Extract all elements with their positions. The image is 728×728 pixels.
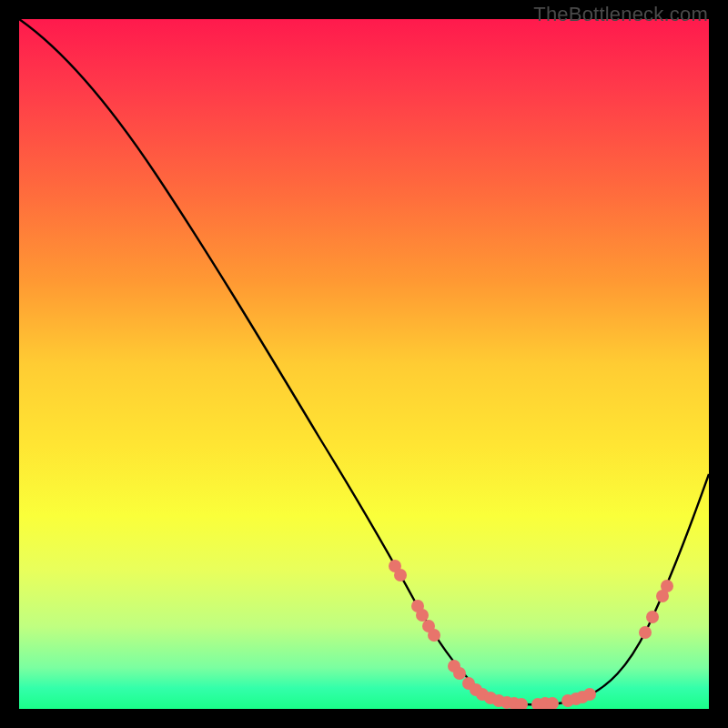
plot-area xyxy=(19,19,709,709)
watermark-text: TheBottleneck.com xyxy=(533,3,708,26)
data-dot xyxy=(428,629,440,642)
data-dot xyxy=(453,667,466,680)
data-dot xyxy=(646,611,659,623)
curve-line xyxy=(19,19,709,704)
data-dot xyxy=(639,626,652,639)
bottleneck-curve-chart xyxy=(19,19,709,709)
data-dot xyxy=(661,580,673,592)
chart-container: TheBottleneck.com xyxy=(0,0,728,728)
data-dot xyxy=(416,609,429,622)
data-dot xyxy=(583,688,596,701)
data-dot xyxy=(394,569,407,581)
dots-layer xyxy=(389,560,673,709)
